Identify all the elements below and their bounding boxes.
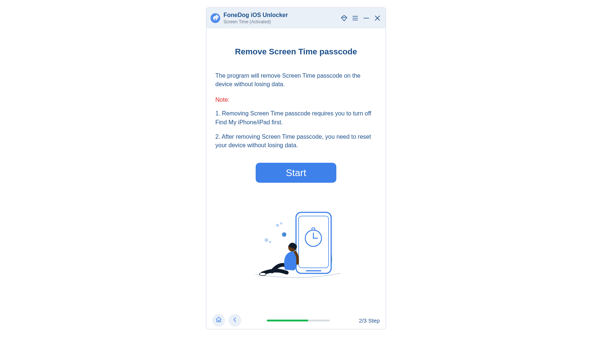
- page-heading: Remove Screen Time passcode: [235, 47, 357, 57]
- titlebar: FoneDog iOS Unlocker Screen Time (Activa…: [206, 8, 386, 28]
- minimize-icon[interactable]: [363, 14, 370, 22]
- svg-point-14: [259, 273, 266, 276]
- close-icon[interactable]: [374, 14, 381, 22]
- menu-icon[interactable]: [352, 14, 359, 22]
- progress-fill: [267, 320, 308, 321]
- svg-point-12: [269, 241, 271, 243]
- main-content: Remove Screen Time passcode The program …: [206, 28, 386, 312]
- svg-point-1: [215, 19, 216, 20]
- chevron-left-icon: [232, 316, 238, 324]
- progress-wrap: [245, 320, 352, 321]
- start-button[interactable]: Start: [256, 163, 336, 183]
- window-controls: [340, 14, 381, 22]
- app-window: FoneDog iOS Unlocker Screen Time (Activa…: [206, 7, 386, 329]
- svg-point-11: [265, 238, 268, 242]
- svg-point-10: [280, 222, 282, 225]
- description-text: The program will remove Screen Time pass…: [215, 71, 377, 88]
- home-icon: [215, 316, 222, 324]
- note-label: Note:: [215, 97, 377, 103]
- title-text-group: FoneDog iOS Unlocker Screen Time (Activa…: [223, 12, 340, 24]
- svg-point-13: [282, 232, 286, 237]
- progress-bar: [267, 320, 330, 321]
- footer-bar: 2/3 Step: [206, 312, 386, 329]
- note-item-1: 1. Removing Screen Time passcode require…: [215, 109, 377, 126]
- home-button[interactable]: [212, 314, 225, 327]
- step-label: 2/3 Step: [359, 317, 380, 324]
- diamond-icon[interactable]: [340, 14, 348, 22]
- back-button[interactable]: [229, 314, 241, 327]
- app-subtitle: Screen Time (Activated): [223, 19, 340, 24]
- screen-time-illustration: [240, 205, 352, 279]
- app-logo-icon: [210, 13, 221, 23]
- svg-rect-3: [299, 216, 329, 268]
- svg-point-9: [276, 224, 279, 227]
- app-title: FoneDog iOS Unlocker: [223, 12, 340, 18]
- note-item-2: 2. After removing Screen Time passcode, …: [215, 132, 377, 149]
